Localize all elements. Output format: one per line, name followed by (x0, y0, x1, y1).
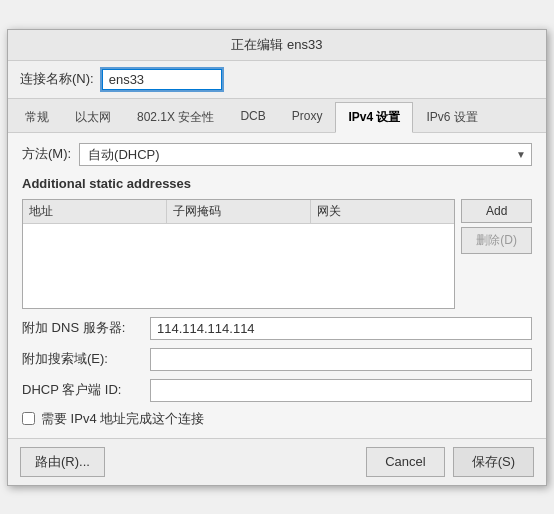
col-address: 地址 (23, 200, 167, 223)
footer-bar: 路由(R)... Cancel 保存(S) (8, 438, 546, 485)
tab-proxy[interactable]: Proxy (279, 102, 336, 132)
search-row: 附加搜索域(E): (22, 348, 532, 371)
connection-name-row: 连接名称(N): (8, 61, 546, 99)
tab-ipv4[interactable]: IPv4 设置 (335, 102, 413, 133)
addresses-body (23, 224, 454, 308)
dialog-buttons: Cancel 保存(S) (366, 447, 534, 477)
addresses-header: 地址 子网掩码 网关 (23, 200, 454, 224)
connection-name-input[interactable] (102, 69, 222, 90)
delete-button[interactable]: 删除(D) (461, 227, 532, 254)
search-input[interactable] (150, 348, 532, 371)
dhcp-input[interactable] (150, 379, 532, 402)
method-select[interactable]: 自动(DHCP) 仅链路本地 手动 共享到其他计算机 禁用 (79, 143, 532, 166)
tab-ethernet[interactable]: 以太网 (62, 102, 124, 132)
addresses-buttons: Add 删除(D) (461, 199, 532, 309)
col-subnet: 子网掩码 (167, 200, 311, 223)
dhcp-label: DHCP 客户端 ID: (22, 381, 142, 399)
search-label: 附加搜索域(E): (22, 350, 142, 368)
dialog: 正在编辑 ens33 连接名称(N): 常规 以太网 802.1X 安全性 DC… (7, 29, 547, 486)
require-ipv4-checkbox[interactable] (22, 412, 35, 425)
col-gateway: 网关 (311, 200, 454, 223)
dhcp-row: DHCP 客户端 ID: (22, 379, 532, 402)
method-label: 方法(M): (22, 145, 71, 163)
save-button[interactable]: 保存(S) (453, 447, 534, 477)
method-row: 方法(M): 自动(DHCP) 仅链路本地 手动 共享到其他计算机 禁用 ▼ (22, 143, 532, 166)
tab-dcb[interactable]: DCB (227, 102, 278, 132)
tab-ipv6[interactable]: IPv6 设置 (413, 102, 490, 132)
tabs-bar: 常规 以太网 802.1X 安全性 DCB Proxy IPv4 设置 IPv6… (8, 99, 546, 133)
addresses-area: 地址 子网掩码 网关 Add 删除(D) (22, 199, 532, 309)
require-ipv4-row: 需要 IPv4 地址完成这个连接 (22, 410, 532, 428)
require-ipv4-label: 需要 IPv4 地址完成这个连接 (41, 410, 204, 428)
ipv4-content: 方法(M): 自动(DHCP) 仅链路本地 手动 共享到其他计算机 禁用 ▼ A… (8, 133, 546, 438)
cancel-button[interactable]: Cancel (366, 447, 444, 477)
connection-name-label: 连接名称(N): (20, 70, 94, 88)
dialog-title: 正在编辑 ens33 (231, 37, 322, 52)
addresses-table: 地址 子网掩码 网关 (22, 199, 455, 309)
section-title: Additional static addresses (22, 176, 532, 191)
tab-general[interactable]: 常规 (12, 102, 62, 132)
method-select-wrapper: 自动(DHCP) 仅链路本地 手动 共享到其他计算机 禁用 ▼ (79, 143, 532, 166)
dns-row: 附加 DNS 服务器: (22, 317, 532, 340)
route-button[interactable]: 路由(R)... (20, 447, 105, 477)
dns-input[interactable] (150, 317, 532, 340)
dns-label: 附加 DNS 服务器: (22, 319, 142, 337)
add-button[interactable]: Add (461, 199, 532, 223)
tab-security[interactable]: 802.1X 安全性 (124, 102, 227, 132)
title-bar: 正在编辑 ens33 (8, 30, 546, 61)
